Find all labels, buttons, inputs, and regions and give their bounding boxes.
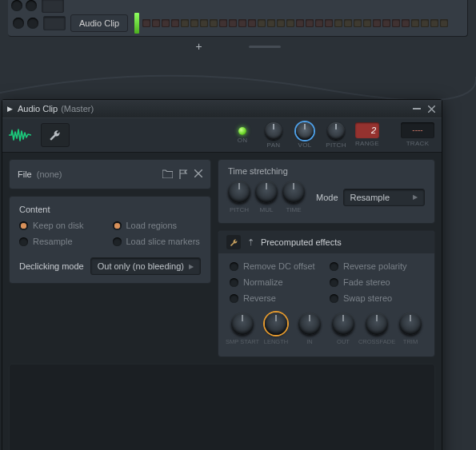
pitch-label: PITCH xyxy=(326,141,346,149)
declicking-label: Declicking mode xyxy=(19,261,84,271)
fx-wrench-icon[interactable] xyxy=(226,235,241,249)
radio-icon xyxy=(19,221,28,230)
length-knob[interactable] xyxy=(265,313,287,335)
on-led[interactable] xyxy=(238,127,246,135)
solo-toggle[interactable] xyxy=(26,0,37,11)
mute-toggle[interactable] xyxy=(11,0,22,11)
radio-icon xyxy=(330,262,338,271)
pan-knob[interactable] xyxy=(265,122,282,140)
tools-button[interactable] xyxy=(41,123,70,147)
radio-icon xyxy=(230,278,238,287)
option-reverse-polarity[interactable]: Reverse polarity xyxy=(330,261,423,271)
smp-start-knob[interactable] xyxy=(231,313,254,335)
mode-label: Mode xyxy=(316,193,338,202)
waveform-preview[interactable] xyxy=(9,364,435,450)
window-subtitle: (Master) xyxy=(61,104,94,113)
stretch-pitch-knob[interactable] xyxy=(228,181,250,203)
track-label: TRACK xyxy=(406,140,430,147)
arrow-up-icon[interactable]: ⇡ xyxy=(247,237,254,248)
trim-knob[interactable] xyxy=(399,313,422,335)
time-stretch-panel: Time stretching PITCH MUL TIME Mode Resa… xyxy=(218,159,435,224)
mode-dropdown[interactable]: Resample ▶ xyxy=(343,189,425,206)
chevron-right-icon: ▶ xyxy=(413,193,418,201)
pitch-knob[interactable] xyxy=(327,122,345,140)
option-load-slice-markers[interactable]: Load slice markers xyxy=(113,237,202,246)
titlebar[interactable]: ▶ Audio Clip (Master) xyxy=(2,100,442,117)
range-label: RANGE xyxy=(355,140,379,147)
option-fade-stereo[interactable]: Fade stereo xyxy=(330,277,423,287)
mode-value: Resample xyxy=(350,193,390,202)
waveform-icon xyxy=(9,128,31,142)
channel-selector[interactable] xyxy=(43,16,66,30)
activity-led xyxy=(134,13,139,34)
close-button[interactable] xyxy=(426,103,437,114)
declicking-dropdown[interactable]: Out only (no bleeding) ▶ xyxy=(90,257,201,275)
step-sequencer[interactable] xyxy=(142,19,448,27)
svg-rect-0 xyxy=(413,108,421,110)
range-display[interactable]: 2 xyxy=(355,122,379,138)
in-knob[interactable] xyxy=(298,313,321,335)
content-panel: Content Keep on disk Load regions Resamp… xyxy=(9,196,211,284)
radio-icon xyxy=(330,294,338,303)
channel-number[interactable] xyxy=(42,0,64,13)
option-swap-stereo[interactable]: Swap stereo xyxy=(330,293,423,303)
file-label: File xyxy=(18,169,32,179)
option-resample[interactable]: Resample xyxy=(19,237,108,246)
option-load-regions[interactable]: Load regions xyxy=(113,221,202,230)
option-remove-dc[interactable]: Remove DC offset xyxy=(230,261,323,271)
radio-icon xyxy=(230,262,238,271)
radio-icon xyxy=(330,278,338,287)
option-keep-on-disk[interactable]: Keep on disk xyxy=(19,221,108,230)
channel-led[interactable] xyxy=(13,18,24,29)
dialog-toolbar: ON PAN VOL PITCH 2RANGE ----TRACK xyxy=(2,117,442,153)
collapse-icon[interactable]: ▶ xyxy=(7,105,13,113)
declicking-value: Out only (no bleeding) xyxy=(98,261,184,271)
chevron-right-icon: ▶ xyxy=(189,263,194,270)
flag-icon[interactable] xyxy=(179,169,188,179)
channel-button-audio-clip[interactable]: Audio Clip xyxy=(70,14,128,32)
channel-rack-fragment: Audio Clip xyxy=(8,0,468,37)
stretch-mul-knob[interactable] xyxy=(255,181,278,203)
background-curve xyxy=(0,69,476,101)
on-label: ON xyxy=(238,137,248,144)
radio-icon xyxy=(19,237,28,246)
out-knob[interactable] xyxy=(332,313,354,335)
plus-icon: + xyxy=(195,40,202,53)
file-value: (none) xyxy=(37,169,62,179)
stretch-time-knob[interactable] xyxy=(282,181,305,203)
file-panel: File (none) xyxy=(9,159,211,189)
add-channel-row[interactable]: + xyxy=(8,37,468,56)
radio-icon xyxy=(113,237,122,246)
channel-label: Audio Clip xyxy=(79,18,119,28)
vol-knob[interactable] xyxy=(296,122,314,140)
audio-clip-dialog: ▶ Audio Clip (Master) ON PAN VOL PITCH 2… xyxy=(2,99,442,450)
content-heading: Content xyxy=(19,205,201,214)
minimize-button[interactable] xyxy=(411,103,422,114)
fx-heading: Precomputed effects xyxy=(261,237,342,247)
browse-folder-icon[interactable] xyxy=(162,169,173,179)
crossfade-knob[interactable] xyxy=(366,313,388,335)
stretch-heading: Time stretching xyxy=(228,166,425,176)
track-display[interactable]: ---- xyxy=(401,122,434,138)
precomputed-fx-panel: ⇡ Precomputed effects Remove DC offset R… xyxy=(218,230,435,357)
vol-label: VOL xyxy=(298,141,312,149)
clear-file-icon[interactable] xyxy=(194,169,202,179)
resize-handle[interactable] xyxy=(249,46,281,48)
radio-icon xyxy=(113,221,122,230)
pan-label: PAN xyxy=(267,141,281,149)
radio-icon xyxy=(230,294,238,303)
channel-led-2[interactable] xyxy=(27,18,38,29)
option-normalize[interactable]: Normalize xyxy=(230,277,323,287)
window-title: Audio Clip xyxy=(18,104,58,113)
option-reverse[interactable]: Reverse xyxy=(230,293,323,303)
